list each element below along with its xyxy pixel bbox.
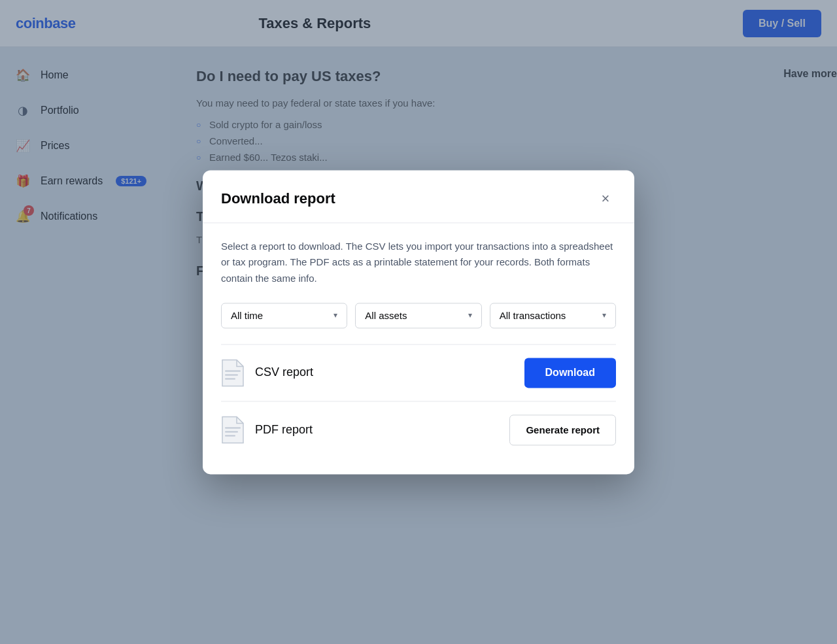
assets-dropdown-label: All assets [365, 310, 407, 321]
csv-report-name: CSV report [255, 366, 313, 380]
dropdowns-row: All time ▾ All assets ▾ All transactions… [221, 303, 616, 328]
svg-rect-2 [225, 378, 235, 379]
svg-rect-3 [225, 428, 241, 429]
svg-rect-0 [225, 370, 241, 371]
transactions-dropdown[interactable]: All transactions ▾ [490, 303, 616, 328]
generate-report-button[interactable]: Generate report [509, 415, 616, 445]
csv-file-icon [221, 358, 245, 387]
modal-description: Select a report to download. The CSV let… [221, 239, 616, 287]
time-dropdown[interactable]: All time ▾ [221, 303, 347, 328]
modal-header: Download report × [203, 170, 634, 223]
modal-title: Download report [221, 190, 335, 207]
csv-report-info: CSV report [221, 358, 313, 387]
pdf-report-info: PDF report [221, 416, 313, 445]
time-dropdown-label: All time [231, 310, 263, 321]
pdf-report-name: PDF report [255, 423, 313, 437]
chevron-down-icon: ▾ [333, 311, 337, 320]
download-csv-button[interactable]: Download [524, 358, 616, 388]
pdf-file-icon [221, 416, 245, 445]
chevron-down-icon: ▾ [602, 311, 606, 320]
chevron-down-icon: ▾ [468, 311, 472, 320]
close-button[interactable]: × [595, 188, 616, 209]
transactions-dropdown-label: All transactions [500, 310, 566, 321]
modal-body: Select a report to download. The CSV let… [203, 223, 634, 474]
svg-rect-1 [225, 374, 238, 375]
svg-rect-5 [225, 435, 235, 437]
svg-rect-4 [225, 432, 238, 433]
csv-report-row: CSV report Download [221, 344, 616, 401]
pdf-report-row: PDF report Generate report [221, 401, 616, 458]
download-report-modal: Download report × Select a report to dow… [203, 170, 634, 474]
assets-dropdown[interactable]: All assets ▾ [355, 303, 481, 328]
